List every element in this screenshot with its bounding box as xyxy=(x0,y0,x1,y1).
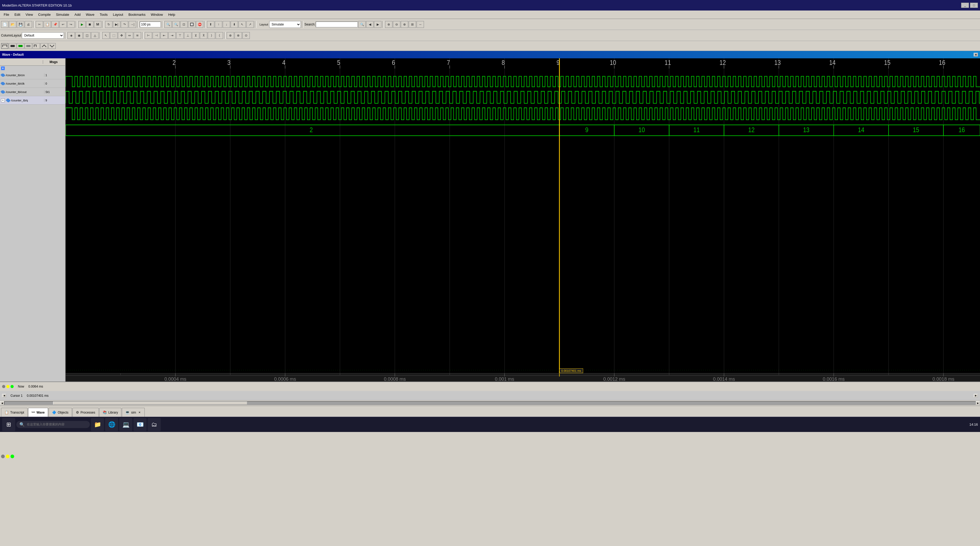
signal-tool3[interactable]: ⊙ xyxy=(242,32,250,39)
taskbar-explorer[interactable]: 📁 xyxy=(91,418,104,431)
signal-row-cin[interactable]: /counter_tb/cin 1 xyxy=(0,71,65,80)
menu-add[interactable]: Add xyxy=(72,11,83,18)
signal-row-clk[interactable]: /counter_tb/clk 0 xyxy=(0,80,65,88)
cursor-tool[interactable]: ↖ xyxy=(102,32,110,39)
align-tool3[interactable]: ⟨ xyxy=(216,32,223,39)
align-next-tool[interactable]: ⇥ xyxy=(169,32,176,39)
shape-btn1[interactable] xyxy=(1,43,8,49)
column-layout-select[interactable]: Default xyxy=(22,32,64,39)
nav-btn5[interactable]: ↖ xyxy=(239,21,246,28)
minimize-button[interactable]: _ xyxy=(961,3,969,8)
signal-tool2[interactable]: ⊗ xyxy=(235,32,242,39)
search-next-button[interactable]: ▶ xyxy=(374,21,382,28)
step-out-button[interactable]: →| xyxy=(129,21,136,28)
tab-objects[interactable]: 🔷 Objects xyxy=(49,408,72,417)
tab-library[interactable]: 📚 Library xyxy=(99,408,122,417)
zoom-full-button[interactable]: ⊕ xyxy=(385,21,393,28)
shape-btn6[interactable] xyxy=(40,43,48,49)
signal-tool1[interactable]: ⊕ xyxy=(227,32,234,39)
search-go-button[interactable]: 🔍 xyxy=(358,21,366,28)
copy-button[interactable]: 📋 xyxy=(44,21,51,28)
layout-select[interactable]: Simulate xyxy=(269,21,301,28)
sim-button[interactable]: M xyxy=(94,21,102,28)
shape-btn2[interactable] xyxy=(9,43,16,49)
step-button[interactable]: ▶| xyxy=(113,21,120,28)
run-button[interactable]: ▶ xyxy=(78,21,86,28)
align-prev-tool[interactable]: ⇤ xyxy=(161,32,168,39)
menu-window[interactable]: Window xyxy=(148,11,165,18)
align-end-tool[interactable]: ⊼ xyxy=(200,32,207,39)
start-button[interactable]: ⊞ xyxy=(2,418,15,431)
nav-btn2[interactable]: ↑ xyxy=(215,21,222,28)
stretch-tool[interactable]: ⇔ xyxy=(126,32,133,39)
add-wave-tool[interactable]: ≋ xyxy=(134,32,141,39)
tab-processes[interactable]: ⚙ Processes xyxy=(73,408,99,417)
align-tool2[interactable]: ⟩ xyxy=(208,32,215,39)
menu-compile[interactable]: Compile xyxy=(35,11,53,18)
col-tool2[interactable]: ◉ xyxy=(75,32,83,39)
taskbar-computer[interactable]: 💻 xyxy=(119,418,132,431)
nav-btn6[interactable]: ↗ xyxy=(247,21,254,28)
menu-simulate[interactable]: Simulate xyxy=(53,11,72,18)
menu-tools[interactable]: Tools xyxy=(97,11,110,18)
waveform-display[interactable]: 2 3 4 5 6 7 8 9 10 11 12 13 14 15 16 xyxy=(66,58,980,373)
new-button[interactable]: 📄 xyxy=(1,21,8,28)
nav-btn4[interactable]: ⬇ xyxy=(231,21,238,28)
align-right-tool[interactable]: ⊣ xyxy=(153,32,160,39)
open-button[interactable]: 📂 xyxy=(9,21,16,28)
hscroll-left[interactable]: ◀ xyxy=(2,394,6,398)
tab-wave[interactable]: 〰 Wave xyxy=(28,408,48,417)
nav-btn1[interactable]: ⬆ xyxy=(207,21,214,28)
wave-tool2[interactable]: ⛔ xyxy=(196,21,203,28)
hscroll-right[interactable]: ▶ xyxy=(974,394,978,398)
shape-btn7[interactable] xyxy=(48,43,56,49)
wave-tool1[interactable]: 🔲 xyxy=(188,21,196,28)
sim-tab-close[interactable]: ✕ xyxy=(138,411,141,414)
zoom-out-button[interactable]: 🔍 xyxy=(172,21,180,28)
q-expand-button[interactable]: + xyxy=(1,99,5,102)
signal-row-cout[interactable]: /counter_tb/cout St1 xyxy=(0,88,65,96)
time-input[interactable]: 100 ps xyxy=(140,22,161,27)
wave-close-button[interactable]: ✕ xyxy=(974,53,978,56)
step-over-button[interactable]: ↷ xyxy=(121,21,128,28)
taskbar-mail[interactable]: 📧 xyxy=(134,418,146,431)
signal-row-q[interactable]: + /counter_tb/q 9 xyxy=(0,96,65,105)
restart-button[interactable]: ↻ xyxy=(105,21,113,28)
menu-layout[interactable]: Layout xyxy=(110,11,126,18)
move-tool[interactable]: ✥ xyxy=(118,32,125,39)
cut-button[interactable]: ✂ xyxy=(36,21,43,28)
align-up-tool[interactable]: ⊤ xyxy=(176,32,184,39)
zoom-area-button[interactable]: ⊞ xyxy=(409,21,416,28)
search-input[interactable] xyxy=(316,22,358,27)
menu-view[interactable]: View xyxy=(23,11,35,18)
align-begin-tool[interactable]: ⊻ xyxy=(192,32,199,39)
tab-sim[interactable]: 💻 sim ✕ xyxy=(122,408,145,417)
menu-edit[interactable]: Edit xyxy=(12,11,23,18)
print-button[interactable]: 🖨 xyxy=(25,21,32,28)
shape-btn4[interactable] xyxy=(25,43,32,49)
menu-wave[interactable]: Wave xyxy=(83,11,97,18)
tab-transcript[interactable]: 📋 Transcript xyxy=(1,408,27,417)
redo-button[interactable]: ↪ xyxy=(67,21,75,28)
select-tool[interactable]: ⬚ xyxy=(110,32,118,39)
stop-button[interactable]: ⏹ xyxy=(86,21,94,28)
extra-btn1[interactable]: ↔ xyxy=(417,21,424,28)
nav-btn3[interactable]: ↓ xyxy=(223,21,230,28)
undo-button[interactable]: ↩ xyxy=(59,21,67,28)
zoom-in-button[interactable]: 🔍 xyxy=(164,21,172,28)
align-down-tool[interactable]: ⊥ xyxy=(184,32,191,39)
hscroll-left-2[interactable]: ◀ xyxy=(0,401,4,405)
hscrollbar[interactable]: ◀ ▶ xyxy=(0,400,980,406)
zoom-fit-button[interactable]: ⊡ xyxy=(180,21,188,28)
hscroll-thumb[interactable] xyxy=(53,401,247,404)
align-left-tool[interactable]: ⊢ xyxy=(145,32,152,39)
col-tool4[interactable]: ◬ xyxy=(91,32,99,39)
menu-help[interactable]: Help xyxy=(165,11,178,18)
zoom-minus-button[interactable]: ⊖ xyxy=(393,21,400,28)
zoom-plus-button[interactable]: ⊕ xyxy=(401,21,408,28)
paste-button[interactable]: 📌 xyxy=(51,21,59,28)
taskbar-browser[interactable]: 🌐 xyxy=(105,418,118,431)
taskbar-search[interactable]: 🔍 在这里输入你要搜索的内容 xyxy=(16,421,90,428)
shape-btn5[interactable] xyxy=(33,43,40,49)
col-tool3[interactable]: ◫ xyxy=(83,32,91,39)
